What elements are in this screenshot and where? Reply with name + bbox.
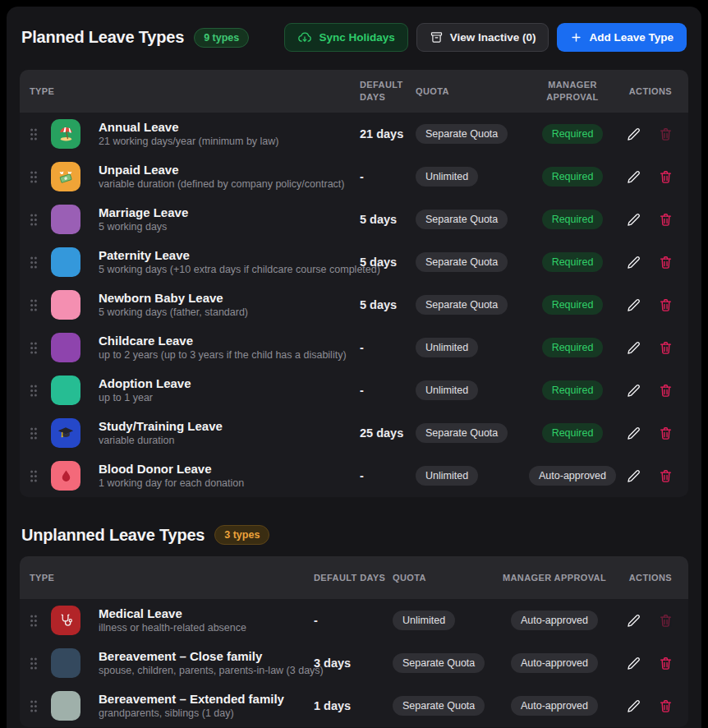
quota-cell: Separate Quota: [416, 210, 529, 229]
quota-cell: Unlimited: [416, 380, 529, 400]
color-tile: [51, 376, 80, 405]
quota-cell: Unlimited: [416, 167, 529, 187]
view-inactive-button[interactable]: View Inactive (0): [416, 23, 549, 52]
column-header-manager-approval: MANAGER APPROVAL: [493, 572, 616, 584]
delete-button[interactable]: [658, 340, 674, 356]
actions-cell: [616, 656, 678, 671]
stethoscope-icon: [51, 606, 80, 635]
drag-handle-icon[interactable]: [30, 657, 51, 670]
leave-type-cell: Study/Training Leave variable duration: [89, 419, 360, 448]
leave-type-description: 5 working days (+10 extra days if childc…: [99, 263, 360, 276]
table-row: Unpaid Leave variable duration (defined …: [20, 155, 688, 198]
delete-button[interactable]: [658, 383, 674, 399]
delete-button[interactable]: [658, 169, 674, 185]
drag-handle-icon[interactable]: [30, 341, 51, 355]
default-days-value: -: [314, 614, 393, 627]
leave-type-cell: Bereavement – Close family spouse, child…: [89, 649, 314, 678]
edit-button[interactable]: [626, 656, 641, 671]
leave-type-name: Medical Leave: [99, 606, 314, 622]
column-header-type: TYPE: [30, 572, 314, 584]
quota-badge: Unlimited: [416, 338, 478, 357]
money-wings-icon: [51, 162, 80, 191]
drag-handle-icon[interactable]: [30, 384, 51, 398]
color-tile: [51, 205, 80, 234]
approval-cell: Required: [529, 252, 616, 272]
approval-badge: Auto-approved: [511, 696, 598, 716]
leave-type-description: 1 working day for each donation: [99, 477, 360, 490]
planned-count-badge: 9 types: [194, 28, 249, 48]
drag-handle-icon[interactable]: [30, 127, 51, 141]
approval-badge: Required: [542, 252, 604, 272]
edit-button[interactable]: [626, 169, 641, 185]
drag-handle-icon[interactable]: [30, 170, 51, 184]
unplanned-section-header: Unplanned Leave Types 3 types: [21, 525, 687, 545]
edit-button[interactable]: [626, 468, 641, 484]
actions-cell: [616, 426, 678, 441]
edit-button[interactable]: [626, 297, 641, 313]
table-row: Paternity Leave 5 working days (+10 extr…: [20, 241, 688, 283]
delete-button[interactable]: [658, 297, 674, 313]
color-tile: [51, 691, 80, 721]
leave-type-description: up to 1 year: [99, 391, 360, 404]
table-row: Bereavement – Close family spouse, child…: [20, 642, 688, 684]
color-tile: [51, 247, 80, 277]
delete-button[interactable]: [658, 255, 674, 270]
drag-handle-icon[interactable]: [30, 699, 51, 713]
edit-button[interactable]: [626, 255, 641, 270]
quota-badge: Separate Quota: [393, 696, 485, 716]
color-tile: [51, 333, 80, 362]
column-header-quota: QUOTA: [416, 85, 529, 98]
column-header-type: TYPE: [30, 85, 360, 98]
drag-handle-icon[interactable]: [30, 469, 51, 483]
drag-handle-icon[interactable]: [30, 213, 51, 227]
approval-cell: Auto-approved: [493, 611, 616, 630]
edit-button[interactable]: [626, 383, 641, 399]
leave-types-page: Planned Leave Types 9 types Sync Holiday…: [7, 7, 701, 728]
drag-handle-icon[interactable]: [30, 426, 51, 440]
leave-type-name: Marriage Leave: [99, 205, 360, 221]
color-tile: [51, 290, 80, 320]
edit-button[interactable]: [626, 698, 641, 714]
delete-button[interactable]: [658, 426, 674, 441]
actions-cell: [616, 169, 678, 185]
toolbar: Sync Holidays View Inactive (0) Add Leav…: [284, 23, 687, 52]
default-days-value: 25 days: [360, 426, 416, 440]
leave-type-cell: Marriage Leave 5 working days: [89, 205, 360, 234]
view-inactive-label: View Inactive (0): [450, 31, 536, 44]
delete-button[interactable]: [658, 656, 674, 671]
edit-button[interactable]: [626, 613, 641, 629]
default-days-value: 5 days: [360, 298, 416, 311]
delete-button[interactable]: [658, 698, 674, 714]
approval-badge: Required: [542, 210, 604, 229]
delete-button[interactable]: [658, 127, 674, 142]
approval-badge: Auto-approved: [511, 611, 598, 630]
unplanned-table-body: Medical Leave illness or health-related …: [20, 599, 688, 727]
delete-button[interactable]: [658, 613, 674, 629]
table-row: Medical Leave illness or health-related …: [20, 599, 688, 642]
leave-type-cell: Newborn Baby Leave 5 working days (fathe…: [89, 291, 360, 320]
drag-handle-icon[interactable]: [30, 614, 51, 628]
edit-button[interactable]: [626, 212, 641, 228]
default-days-value: 5 days: [360, 213, 416, 226]
quota-badge: Separate Quota: [416, 252, 508, 272]
leave-type-cell: Blood Donor Leave 1 working day for each…: [89, 462, 360, 491]
approval-cell: Required: [529, 167, 616, 187]
drag-handle-icon[interactable]: [30, 256, 51, 270]
column-header-actions: ACTIONS: [616, 85, 678, 98]
edit-button[interactable]: [626, 426, 641, 441]
delete-button[interactable]: [658, 468, 674, 484]
delete-button[interactable]: [658, 212, 674, 228]
column-header-quota: QUOTA: [393, 572, 493, 584]
quota-badge: Separate Quota: [416, 295, 508, 315]
approval-cell: Required: [529, 380, 616, 400]
drag-handle-icon[interactable]: [30, 298, 51, 312]
leave-type-description: spouse, children, parents, parents-in-la…: [99, 664, 314, 677]
approval-cell: Required: [529, 338, 616, 357]
table-row: Blood Donor Leave 1 working day for each…: [20, 454, 688, 497]
edit-button[interactable]: [626, 127, 641, 142]
add-leave-type-button[interactable]: Add Leave Type: [557, 23, 687, 52]
edit-button[interactable]: [626, 340, 641, 356]
sync-holidays-button[interactable]: Sync Holidays: [284, 23, 407, 52]
column-header-default-days: DEFAULT DAYS: [314, 572, 393, 584]
approval-cell: Auto-approved: [493, 696, 616, 716]
